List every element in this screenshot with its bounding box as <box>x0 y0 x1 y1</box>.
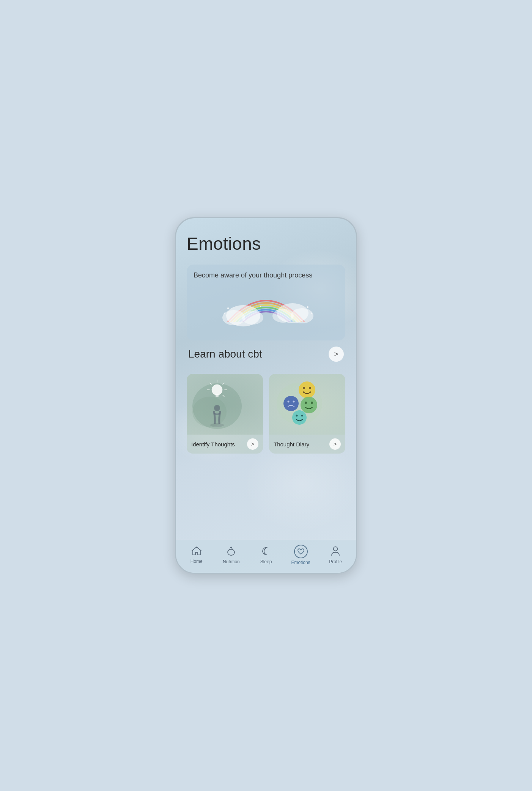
svg-point-1 <box>222 310 245 325</box>
svg-point-21 <box>214 405 220 411</box>
svg-point-5 <box>260 306 261 307</box>
nav-sleep-label: Sleep <box>260 559 272 564</box>
nav-item-profile[interactable]: Profile <box>322 545 349 564</box>
svg-point-30 <box>288 401 290 403</box>
svg-point-22 <box>210 423 224 427</box>
thought-diary-label: Thought Diary <box>274 441 309 447</box>
svg-point-25 <box>303 387 305 389</box>
svg-point-10 <box>311 313 312 314</box>
svg-rect-14 <box>216 394 219 397</box>
svg-point-7 <box>291 308 313 323</box>
nav-profile-label: Profile <box>329 559 342 564</box>
nav-item-emotions[interactable]: Emotions <box>288 545 314 565</box>
nav-item-home[interactable]: Home <box>183 546 210 564</box>
learn-cbt-label: Learn about cbt <box>188 348 262 360</box>
profile-icon <box>331 545 340 558</box>
nav-nutrition-label: Nutrition <box>223 559 240 564</box>
svg-point-9 <box>307 306 308 308</box>
phone-frame: Emotions Become aware of your thought pr… <box>175 217 357 574</box>
nutrition-icon <box>226 545 236 558</box>
svg-point-28 <box>310 391 311 393</box>
sleep-icon <box>261 545 271 558</box>
nav-home-label: Home <box>190 559 203 564</box>
svg-point-12 <box>192 397 227 427</box>
identify-thoughts-footer: Identify Thoughts > <box>187 435 263 454</box>
svg-point-8 <box>272 309 294 323</box>
home-icon <box>191 546 202 557</box>
svg-point-29 <box>283 396 299 411</box>
svg-point-33 <box>305 402 307 404</box>
svg-point-4 <box>224 313 225 314</box>
emoji-bg <box>269 374 345 435</box>
identify-thoughts-image <box>187 374 263 435</box>
hero-card[interactable]: Become aware of your thought process <box>187 265 345 340</box>
svg-point-26 <box>309 387 311 389</box>
svg-point-39 <box>334 547 338 551</box>
main-content: Emotions Become aware of your thought pr… <box>176 218 356 540</box>
identify-thoughts-button[interactable]: > <box>247 438 258 450</box>
emotions-icon <box>294 545 308 558</box>
identify-thoughts-label: Identify Thoughts <box>191 441 235 447</box>
feature-card-grid: Identify Thoughts > <box>187 374 345 454</box>
learn-cbt-row: Learn about cbt > <box>187 347 345 362</box>
svg-point-24 <box>299 381 315 398</box>
svg-point-34 <box>311 402 313 404</box>
nav-emotions-label: Emotions <box>291 560 310 565</box>
svg-point-13 <box>212 384 222 395</box>
nav-item-sleep[interactable]: Sleep <box>253 545 279 564</box>
thought-diary-footer: Thought Diary > <box>269 435 345 454</box>
bottom-nav: Home Nutrition Sleep <box>176 540 356 573</box>
thought-diary-card[interactable]: Thought Diary > <box>269 374 345 454</box>
svg-point-38 <box>228 549 235 555</box>
svg-point-37 <box>301 415 303 417</box>
svg-point-32 <box>301 397 317 413</box>
learn-cbt-button[interactable]: > <box>329 347 344 362</box>
svg-point-35 <box>292 410 307 425</box>
page-title: Emotions <box>187 233 345 254</box>
svg-point-3 <box>227 307 229 309</box>
hero-subtitle: Become aware of your thought process <box>194 271 312 279</box>
svg-point-31 <box>293 401 295 403</box>
thought-bg <box>187 374 263 435</box>
nav-item-nutrition[interactable]: Nutrition <box>218 545 244 564</box>
svg-point-27 <box>303 391 304 393</box>
svg-point-2 <box>242 311 263 325</box>
thought-diary-image <box>269 374 345 435</box>
thought-diary-button[interactable]: > <box>329 438 341 450</box>
identify-thoughts-card[interactable]: Identify Thoughts > <box>187 374 263 454</box>
svg-point-36 <box>296 415 298 417</box>
